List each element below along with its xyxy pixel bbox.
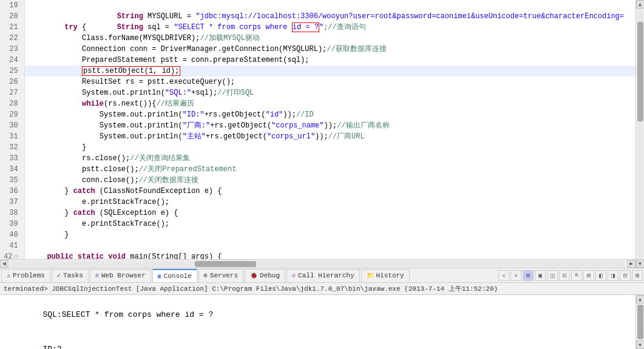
console-scrollbar[interactable]: ▲ ▼ [636, 295, 644, 349]
code-line-34: pstt.close();//关闭PreparedStatement [25, 164, 636, 175]
console-icon: ▣ [158, 273, 161, 280]
history-icon: 📁 [367, 272, 374, 279]
toolbar-btn-suspend[interactable]: ⊠ [523, 270, 534, 281]
vertical-scrollbar[interactable]: ▲ ▼ [636, 0, 644, 268]
console-area: terminated> JDBCSqlInjectionTest [Java A… [0, 282, 644, 349]
tab-tasks[interactable]: ✓ Tasks [52, 269, 89, 282]
toolbar-btn-maximize[interactable]: ⊠ [632, 270, 643, 281]
line-24: 24 [4, 55, 21, 66]
web-browser-icon: ⊕ [95, 272, 99, 279]
code-line-27: System.out.println("SQL:"+sql);//打印SQL [25, 87, 636, 98]
line-31: 31 [4, 131, 21, 142]
console-content: SQL:SELECT * from corps where id = ? ID:… [0, 295, 636, 349]
code-lines[interactable]: String MYSQLURL = "jdbc:mysql://localhos… [25, 0, 636, 259]
line-28: 28 [4, 98, 21, 109]
line-26: 26 [4, 76, 21, 87]
code-line-37: e.printStackTrace(); [25, 197, 636, 208]
code-line-26: ResultSet rs = pstt.executeQuery(); [25, 76, 636, 87]
line-40: 40 [4, 229, 21, 240]
console-scroll-down[interactable]: ▼ [636, 341, 645, 349]
tab-history[interactable]: 📁 History [361, 269, 410, 282]
tab-console-label: Console [164, 273, 192, 280]
line-30: 30 [4, 120, 21, 131]
code-line-39: e.printStackTrace(); [25, 219, 636, 229]
servers-icon: ⚙ [204, 272, 208, 279]
tab-servers-label: Servers [210, 272, 238, 279]
line-35: 35 [4, 175, 21, 186]
v-scroll-thumb[interactable] [637, 22, 643, 121]
toolbar-btn-resume[interactable]: ▣ [535, 270, 546, 281]
line-numbers: 19 20 21 22 23 24 25 26 27 28 29 30 31 3… [0, 0, 25, 259]
toolbar-btn-x2[interactable]: ✕ [510, 270, 521, 281]
line-38: 38 [4, 208, 21, 219]
code-line-38: } catch (SQLException e) { [25, 208, 636, 219]
line-20: 20 [4, 11, 21, 22]
code-line-41 [25, 240, 636, 251]
code-line-28: while(rs.next()){//结果遍历 [25, 98, 636, 109]
code-line-35: conn.close();//关闭数据库连接 [25, 175, 636, 186]
tasks-icon: ✓ [57, 272, 61, 279]
code-line-29: System.out.println("ID:"+rs.getObject("i… [25, 109, 636, 120]
line-41: 41 [4, 240, 21, 251]
problems-icon: ⚠ [7, 272, 10, 279]
code-line-30: System.out.println("厂商:"+rs.getObject("c… [25, 120, 636, 131]
scroll-left-btn[interactable]: ◀ [0, 260, 8, 268]
debug-icon: 🐞 [250, 272, 257, 279]
console-output-id: ID:2 [42, 345, 61, 349]
editor-area: 19 20 21 22 23 24 25 26 27 28 29 30 31 3… [0, 0, 644, 268]
tab-history-label: History [376, 272, 404, 279]
tab-problems-label: Problems [13, 272, 45, 279]
scroll-right-btn[interactable]: ▶ [627, 260, 636, 268]
tab-debug-label: Debug [260, 272, 280, 279]
toolbar-btn-stop[interactable]: ✕ [498, 270, 509, 281]
console-scroll-up[interactable]: ▲ [636, 295, 645, 303]
line-37: 37 [4, 197, 21, 208]
line-36: 36 [4, 186, 21, 197]
scroll-track[interactable] [11, 261, 625, 267]
toolbar-btn-layout1[interactable]: ◧ [595, 270, 606, 281]
console-v-track[interactable] [637, 305, 643, 339]
tab-servers[interactable]: ⚙ Servers [198, 269, 243, 282]
tab-tasks-label: Tasks [63, 272, 83, 279]
toolbar-btn-new[interactable]: ⊞ [583, 270, 594, 281]
toolbar-btn-clear[interactable]: ≡ [571, 270, 582, 281]
scroll-up-btn[interactable]: ▲ [636, 0, 645, 8]
bottom-tab-bar: ⚠ Problems ✓ Tasks ⊕ Web Browser ▣ Conso… [0, 268, 644, 282]
code-line-24: PreparedStatement pstt = conn.prepareSta… [25, 55, 636, 66]
tab-call-hierarchy[interactable]: ⊙ Call Hierarchy [286, 269, 359, 282]
horizontal-scrollbar[interactable]: ◀ ▶ [0, 259, 636, 268]
v-scroll-track[interactable] [637, 10, 643, 258]
code-line-36: } catch (ClassNotFoundException e) { [25, 186, 636, 197]
tab-problems[interactable]: ⚠ Problems [1, 269, 50, 282]
code-line-25: pstt.setObject(1, id); [25, 66, 636, 76]
line-22: 22 [4, 33, 21, 44]
console-output-sql: SQL:SELECT * from corps where id = ? [42, 310, 213, 319]
console-line-2: ID:2 [5, 332, 631, 349]
code-line-19: String MYSQLURL = "jdbc:mysql://localhos… [25, 0, 636, 11]
code-line-40: } [25, 229, 636, 240]
code-line-31: System.out.println("主站"+rs.getObject("co… [25, 131, 636, 142]
tab-web-browser[interactable]: ⊕ Web Browser [90, 269, 151, 282]
tab-call-hierarchy-label: Call Hierarchy [298, 272, 354, 279]
line-33: 33 [4, 153, 21, 164]
line-21: 21 [4, 22, 21, 33]
code-line-32: } [25, 142, 636, 153]
toolbar-btn-paste[interactable]: ⊡ [559, 270, 570, 281]
toolbar-btn-layout2[interactable]: ◨ [608, 270, 619, 281]
scroll-down-btn[interactable]: ▼ [636, 259, 645, 268]
line-32: 32 [4, 142, 21, 153]
tab-debug[interactable]: 🐞 Debug [245, 269, 285, 282]
toolbar-btn-minimize[interactable]: ⊟ [620, 270, 631, 281]
line-19: 19 [4, 0, 21, 11]
console-v-thumb[interactable] [637, 305, 643, 339]
console-line-1: SQL:SELECT * from corps where id = ? [5, 297, 631, 332]
line-34: 34 [4, 164, 21, 175]
toolbar-btn-copy[interactable]: ◫ [547, 270, 558, 281]
console-header: terminated> JDBCSqlInjectionTest [Java A… [0, 283, 644, 295]
scroll-thumb[interactable] [195, 261, 256, 267]
tab-console[interactable]: ▣ Console [152, 269, 197, 282]
line-29: 29 [4, 109, 21, 120]
code-line-22: Class.forName(MYSQLDRIVER);//加载MYSQL驱动 [25, 33, 636, 44]
line-25: 25 [4, 66, 21, 76]
code-line-33: rs.close();//关闭查询结果集 [25, 153, 636, 164]
